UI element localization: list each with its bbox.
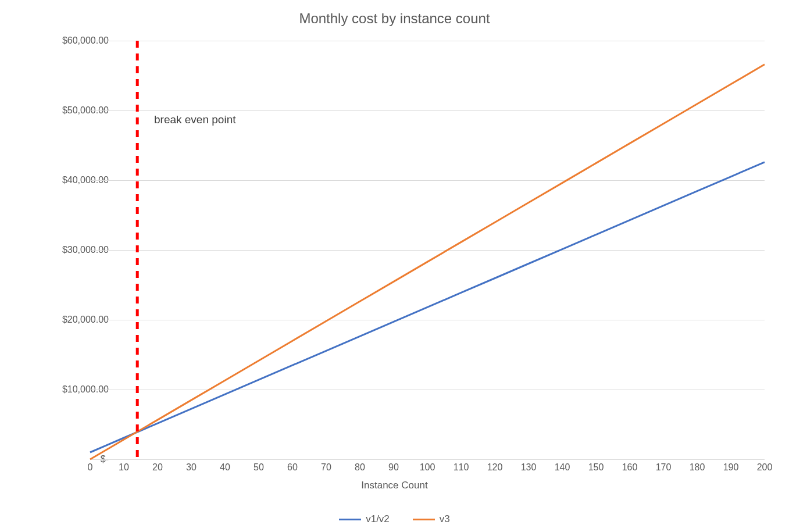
legend-label-v3: v3 — [440, 513, 450, 525]
plot-area — [90, 41, 765, 459]
x-tick-label: 50 — [254, 462, 264, 473]
x-tick-label: 180 — [690, 462, 705, 473]
x-tick-label: 120 — [487, 462, 503, 473]
x-tick-label: 90 — [388, 462, 399, 473]
x-tick-label: 100 — [420, 462, 435, 473]
x-tick-label: 30 — [186, 462, 197, 473]
x-tick-label: 70 — [321, 462, 331, 473]
legend: v1/v2 v3 — [0, 513, 789, 525]
x-tick-label: 110 — [454, 462, 469, 473]
line-plot-svg — [90, 41, 765, 459]
x-tick-label: 10 — [119, 462, 129, 473]
annotation-break-even: break even point — [154, 113, 236, 126]
chart-title: Monthly cost by instance count — [0, 10, 789, 27]
chart-container: Monthly cost by instance count $-$10,000… — [0, 0, 789, 532]
x-tick-label: 200 — [757, 462, 773, 473]
x-tick-label: 170 — [656, 462, 672, 473]
x-tick-label: 20 — [152, 462, 163, 473]
x-tick-label: 0 — [88, 462, 93, 473]
legend-item-v3: v3 — [413, 513, 450, 525]
legend-swatch-v1v2 — [339, 519, 361, 520]
legend-item-v1v2: v1/v2 — [339, 513, 390, 525]
x-tick-label: 160 — [622, 462, 638, 473]
x-axis-label: Instance Count — [0, 480, 789, 491]
x-tick-label: 140 — [555, 462, 570, 473]
gridline — [90, 459, 765, 460]
x-tick-label: 80 — [355, 462, 365, 473]
legend-label-v1v2: v1/v2 — [366, 513, 390, 525]
series-line — [90, 162, 765, 452]
x-tick-label: 130 — [521, 462, 537, 473]
x-tick-label: 40 — [220, 462, 230, 473]
x-tick-label: 190 — [723, 462, 739, 473]
legend-swatch-v3 — [413, 519, 435, 520]
x-tick-label: 60 — [287, 462, 298, 473]
x-tick-label: 150 — [588, 462, 604, 473]
